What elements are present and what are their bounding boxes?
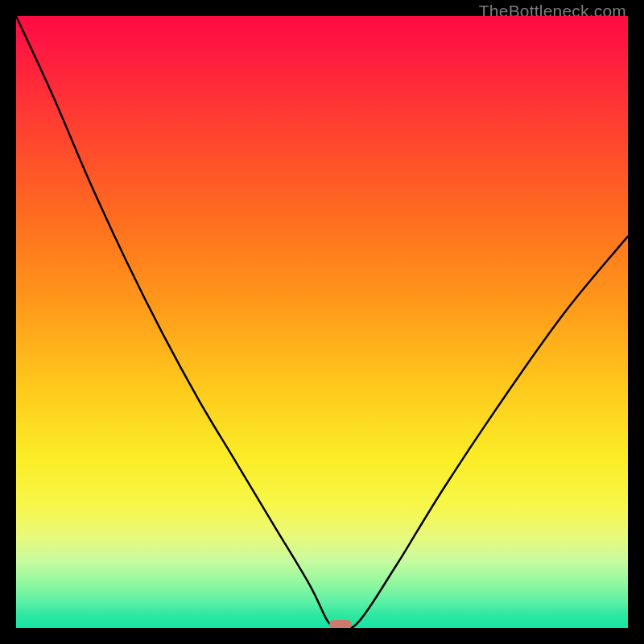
optimum-marker [329, 620, 352, 628]
chart-frame: TheBottleneck.com [0, 0, 644, 644]
bottleneck-curve [16, 16, 628, 628]
plot-area [16, 16, 628, 628]
curve-svg [16, 16, 628, 628]
